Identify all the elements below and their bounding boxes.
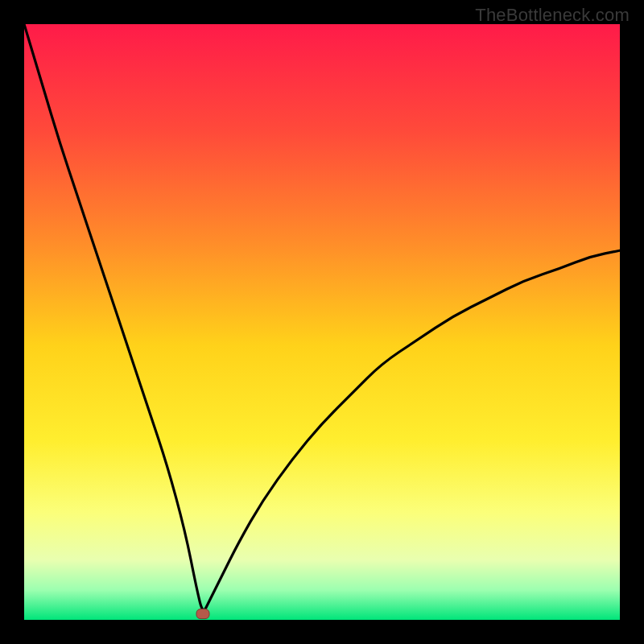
bottleneck-curve <box>24 24 620 610</box>
min-marker <box>196 609 209 619</box>
watermark-label: TheBottleneck.com <box>475 5 630 26</box>
chart-frame: TheBottleneck.com <box>0 0 644 644</box>
chart-svg <box>24 24 620 620</box>
plot-area <box>24 24 620 620</box>
